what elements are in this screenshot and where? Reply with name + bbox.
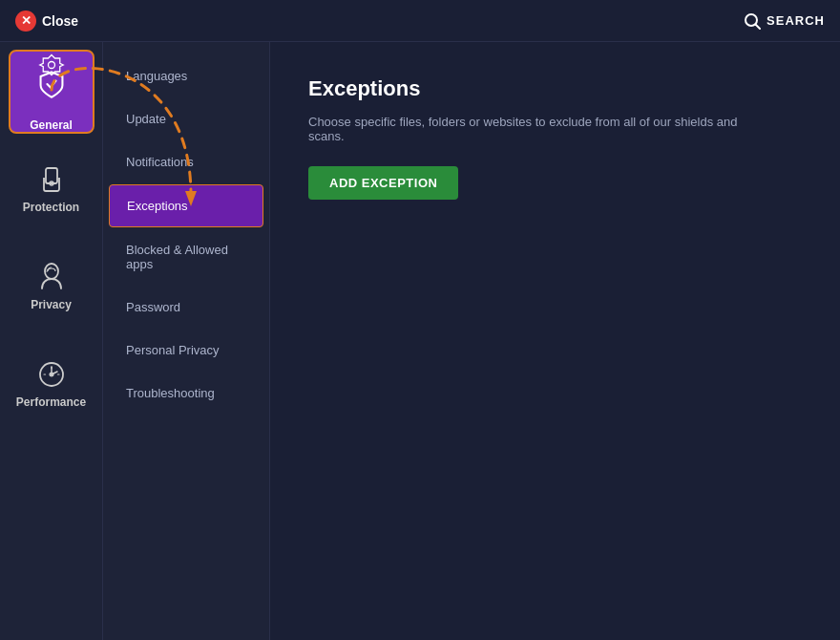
svg-point-7 bbox=[50, 373, 53, 376]
menu-item-languages[interactable]: Languages bbox=[109, 55, 263, 96]
menu-item-personal-privacy[interactable]: Personal Privacy bbox=[109, 330, 263, 371]
svg-point-2 bbox=[48, 62, 54, 69]
svg-line-1 bbox=[756, 24, 761, 29]
privacy-icon bbox=[36, 262, 67, 292]
sidebar-item-privacy-label: Privacy bbox=[31, 298, 72, 311]
content-area: Exceptions Choose specific files, folder… bbox=[270, 42, 840, 640]
sidebar-item-performance[interactable]: Performance bbox=[9, 342, 94, 426]
search-icon bbox=[744, 12, 761, 30]
top-bar: ✕ Close SEARCH bbox=[0, 0, 840, 42]
main-layout: General Protection Privacy bbox=[0, 42, 840, 640]
performance-icon bbox=[36, 359, 67, 390]
protection-icon bbox=[36, 164, 67, 195]
sidebar-item-protection-label: Protection bbox=[23, 201, 79, 214]
menu-item-blocked-apps[interactable]: Blocked & Allowed apps bbox=[109, 229, 263, 285]
menu-item-troubleshooting[interactable]: Troubleshooting bbox=[109, 373, 263, 414]
sidebar-item-privacy[interactable]: Privacy bbox=[9, 245, 94, 329]
search-label: SEARCH bbox=[766, 13, 825, 28]
menu-item-password[interactable]: Password bbox=[109, 287, 263, 328]
search-button[interactable]: SEARCH bbox=[744, 12, 825, 30]
sidebar-item-general[interactable]: General bbox=[9, 50, 94, 134]
general-shield-icon bbox=[36, 69, 67, 99]
menu-item-update[interactable]: Update bbox=[109, 98, 263, 139]
sidebar-item-general-label: General bbox=[30, 118, 73, 132]
page-title: Exceptions bbox=[308, 76, 802, 101]
menu-item-exceptions[interactable]: Exceptions bbox=[109, 184, 263, 227]
add-exception-button[interactable]: ADD EXCEPTION bbox=[308, 166, 458, 200]
content-description: Choose specific files, folders or websit… bbox=[308, 115, 766, 143]
close-x-icon: ✕ bbox=[15, 11, 36, 32]
menu-item-notifications[interactable]: Notifications bbox=[109, 141, 263, 182]
close-button[interactable]: ✕ Close bbox=[15, 11, 78, 32]
close-label: Close bbox=[42, 13, 78, 29]
menu-sidebar: Languages Update Notifications Exception… bbox=[103, 42, 270, 640]
sidebar-item-protection[interactable]: Protection bbox=[9, 147, 94, 231]
sidebar-item-performance-label: Performance bbox=[16, 395, 86, 409]
icon-sidebar: General Protection Privacy bbox=[0, 42, 103, 640]
